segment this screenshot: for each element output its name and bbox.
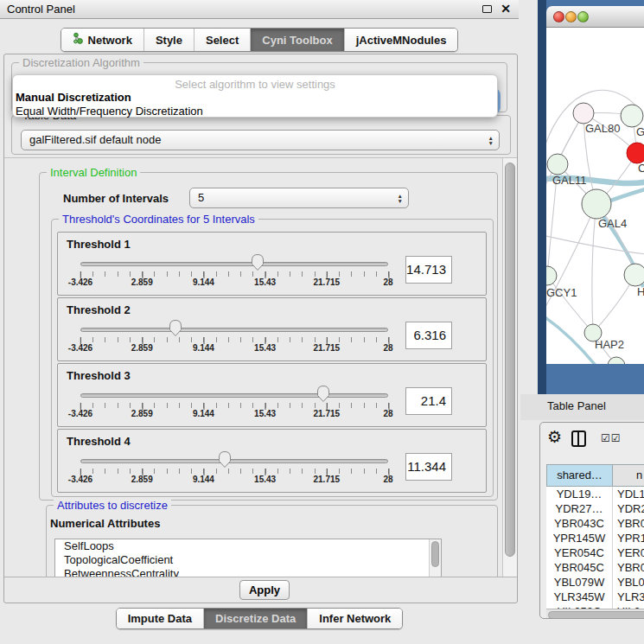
scale-label: 15.43 <box>254 475 276 484</box>
table-row[interactable]: YDR27…YDR2 <box>546 501 644 516</box>
settings-scroll-viewport: Interval Definition Number of Intervals … <box>4 157 517 577</box>
tab-discretize-data[interactable]: Discretize Data <box>203 609 307 628</box>
algorithm-option[interactable]: Equal Width/Frequency Discretization <box>15 105 495 118</box>
close-icon[interactable]: ✕ <box>501 2 511 16</box>
table-row[interactable]: YDL19…YDL1 <box>546 487 644 501</box>
scale-label: 15.43 <box>254 343 276 353</box>
scale-label: 28 <box>383 277 392 287</box>
panel-scrollbar-thumb[interactable] <box>505 163 515 557</box>
network-node[interactable] <box>573 103 594 124</box>
slider-track[interactable] <box>80 328 388 332</box>
num-intervals-label: Number of Intervals <box>63 192 169 205</box>
tab-label: Infer Network <box>319 612 391 625</box>
network-node[interactable] <box>624 264 644 286</box>
threshold-value-field[interactable]: 14.713 <box>405 256 452 284</box>
network-icon <box>73 32 84 48</box>
cell-shared-name: YBR043C <box>546 516 613 531</box>
table-row[interactable]: YPR145WYPR1 <box>546 531 644 545</box>
cell-name: YLR3 <box>613 590 644 604</box>
column-header[interactable]: n <box>613 464 644 487</box>
table-data-combobox[interactable]: galFiltered.sif default node ▲▼ <box>21 130 500 150</box>
scale-label: 2.859 <box>131 277 153 287</box>
algorithm-option[interactable]: Manual Discretization <box>15 91 495 105</box>
slider-track[interactable] <box>80 262 388 266</box>
slider-thumb[interactable] <box>316 385 330 403</box>
tab-style[interactable]: Style <box>143 29 194 51</box>
thresholds-group: Threshold's Coordinates for 5 Intervals … <box>51 219 494 497</box>
threshold-label: Threshold 4 <box>67 435 131 448</box>
slider-thumb[interactable] <box>251 253 265 271</box>
scale-label: 21.715 <box>314 277 341 287</box>
cell-shared-name: YBR045C <box>546 560 613 575</box>
scale-label: 21.715 <box>314 475 341 484</box>
cell-name: YBR0 <box>613 516 644 531</box>
table-header-row: shared…n <box>546 464 644 487</box>
threshold-value-field[interactable]: 21.4 <box>405 387 452 415</box>
threshold-value-field[interactable]: 11.344 <box>405 453 452 481</box>
attribute-item[interactable]: TopologicalCoefficient <box>55 553 441 567</box>
table-row[interactable]: YBL079WYBL0 <box>546 575 644 590</box>
network-node[interactable] <box>546 266 557 285</box>
table-row[interactable]: YBR043CYBR0 <box>546 516 644 531</box>
table-row[interactable]: YBR045CYBR0 <box>546 560 644 575</box>
network-node[interactable] <box>582 189 611 219</box>
cell-shared-name: YLR345W <box>546 590 613 604</box>
tab-impute-data[interactable]: Impute Data <box>117 609 203 628</box>
network-canvas[interactable]: GAL80GCGAL11GAL4GCY1HHAP2 <box>546 28 644 364</box>
combobox-arrows-icon: ▲▼ <box>398 194 403 203</box>
node-label: GAL4 <box>598 217 627 230</box>
table-row[interactable]: YLR345WYLR3 <box>546 590 644 604</box>
node-label: C <box>638 162 644 175</box>
network-node[interactable] <box>547 154 568 175</box>
threshold-label: Threshold 1 <box>67 238 131 251</box>
scale-label: 2.859 <box>131 409 153 418</box>
table-row[interactable]: YER054CYER0 <box>546 545 644 560</box>
checkbox-icons[interactable]: ☑☑ <box>601 432 622 444</box>
threshold-value-field[interactable]: 6.316 <box>405 322 452 349</box>
scale-label: 15.43 <box>254 277 276 287</box>
attribute-item[interactable]: BetweennessCentrality <box>55 567 441 577</box>
list-scrollbar[interactable] <box>429 539 441 577</box>
scale-label: 28 <box>383 409 392 418</box>
columns-icon[interactable] <box>571 430 586 447</box>
column-header[interactable]: shared… <box>546 464 613 487</box>
group-title-thresholds: Threshold's Coordinates for 5 Intervals <box>59 213 258 226</box>
tab-select[interactable]: Select <box>194 29 250 51</box>
gear-icon[interactable]: ⚙ <box>547 427 562 447</box>
tab-cyni-toolbox[interactable]: Cyni Toolbox <box>250 29 343 51</box>
table-data-group: Table Data galFiltered.sif default node … <box>11 115 511 155</box>
slider-thumb[interactable] <box>218 450 232 469</box>
tab-infer-network[interactable]: Infer Network <box>307 609 402 628</box>
network-window-titlebar[interactable] <box>546 6 644 28</box>
num-intervals-combobox[interactable]: 5 ▲▼ <box>189 188 409 208</box>
zoom-traffic-light-icon[interactable] <box>577 11 589 22</box>
horizontal-scrollbar[interactable] <box>546 609 644 619</box>
group-title-attributes: Attributes to discretize <box>54 499 171 512</box>
cell-name: YBR0 <box>613 560 644 575</box>
table-panel: ⚙ ☑☑ shared…n YDL19…YDL1YDR27…YDR2YBR043… <box>539 422 644 619</box>
minimize-traffic-light-icon[interactable] <box>565 11 577 22</box>
node-label: H <box>637 285 644 298</box>
cell-name: YER0 <box>613 545 644 560</box>
slider-track[interactable] <box>80 459 388 463</box>
numerical-attributes-list[interactable]: SelfLoopsTopologicalCoefficientBetweenne… <box>54 539 442 577</box>
attributes-group: Attributes to discretize Numerical Attri… <box>46 505 498 577</box>
content-panel: Discretization Algorithm ▲▼ Select algor… <box>3 54 518 603</box>
bottom-tab-bar: Impute DataDiscretize DataInfer Network <box>0 608 519 629</box>
network-node[interactable] <box>627 143 644 163</box>
attribute-item[interactable]: SelfLoops <box>55 539 441 553</box>
scale-label: 2.859 <box>131 475 153 484</box>
node-label: GCY1 <box>546 286 577 299</box>
panel-scrollbar[interactable] <box>502 158 517 577</box>
network-node[interactable] <box>621 105 643 127</box>
close-traffic-light-icon[interactable] <box>553 11 564 22</box>
apply-button[interactable]: Apply <box>239 580 290 600</box>
slider-track[interactable] <box>80 393 388 398</box>
float-window-icon[interactable] <box>482 5 492 13</box>
slider-thumb[interactable] <box>169 319 182 337</box>
top-tab-bar: NetworkStyleSelectCyni ToolboxjActiveMNo… <box>0 28 519 52</box>
list-scrollbar-thumb[interactable] <box>431 541 439 567</box>
tab-network[interactable]: Network <box>61 29 143 51</box>
tab-jactivemnodules[interactable]: jActiveMNodules <box>344 29 458 51</box>
horizontal-scrollbar-thumb[interactable] <box>548 611 644 619</box>
